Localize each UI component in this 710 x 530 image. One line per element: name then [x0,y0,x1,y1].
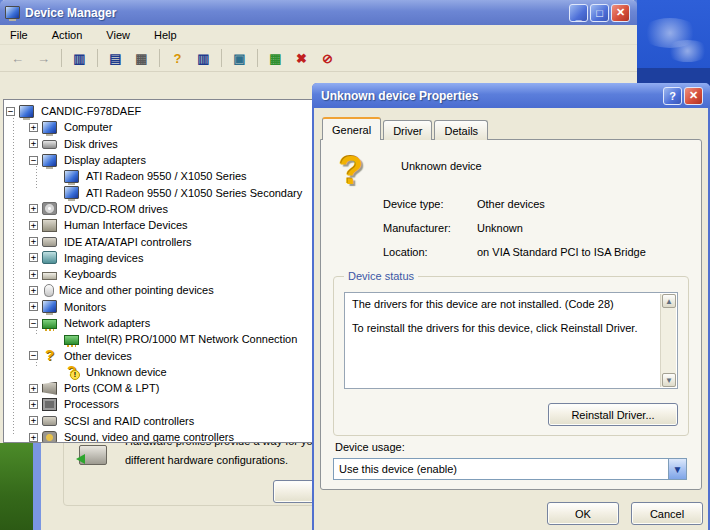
device-usage-dropdown[interactable]: Use this device (enable) ▼ [333,458,687,480]
ok-button[interactable]: OK [547,502,619,525]
expand-plus-icon[interactable]: + [29,253,38,262]
manufacturer-label: Manufacturer: [383,222,451,234]
network-icon [64,335,79,345]
uninstall-icon[interactable]: ✖ [291,48,312,68]
computer-icon [42,121,57,134]
collapse-minus-icon[interactable]: − [29,156,38,165]
expand-plus-icon[interactable]: + [29,123,38,132]
mouse-icon [44,284,54,297]
expand-plus-icon[interactable]: + [29,302,38,311]
back-icon[interactable]: ← [7,48,28,68]
expand-plus-icon[interactable]: + [29,416,38,425]
minimize-button-icon[interactable]: _ [569,4,588,22]
expand-plus-icon[interactable]: + [29,204,38,213]
disk-icon [42,140,57,149]
device-name: Unknown device [401,160,482,172]
device-status-groupbox: Device status The drivers for this devic… [333,276,689,436]
tree-item-label: Mice and other pointing devices [57,284,216,296]
disable-icon[interactable]: ⊘ [317,48,338,68]
collapse-minus-icon[interactable]: − [6,107,15,116]
desktop: Hardware profiles provide a way for you … [0,0,710,530]
expand-plus-icon[interactable]: + [29,400,38,409]
maximize-button-icon[interactable]: □ [590,4,609,22]
location-label: Location: [383,246,428,258]
tab-driver[interactable]: Driver [383,120,432,140]
tree-item-label: Display adapters [62,154,148,166]
general-tab-page: ? Unknown device Device type: Other devi… [320,139,702,490]
tree-item-label: Sound, video and game controllers [62,431,236,443]
imaging-icon [42,251,57,264]
device-type-label: Device type: [383,198,444,210]
device-type-value: Other devices [477,198,545,210]
device-manager-titlebar[interactable]: Device Manager _ □ ✕ [0,0,637,25]
collapse-minus-icon[interactable]: − [29,351,38,360]
device-status-textbox[interactable]: The drivers for this device are not inst… [344,292,678,389]
toolbar: ←→▥▤▦?▥▣▦✖⊘ [0,45,637,72]
show-hide-console-tree-icon[interactable]: ▥ [69,48,90,68]
help-button-icon[interactable]: ? [663,87,682,105]
tree-item-label: Computer [62,121,114,133]
update-driver-icon[interactable]: ▦ [265,48,286,68]
toolbar-separator [159,49,160,67]
expand-plus-icon[interactable]: + [29,237,38,246]
menu-help[interactable]: Help [154,29,177,41]
expand-plus-icon[interactable]: + [29,433,38,442]
collapse-minus-icon[interactable]: − [29,319,38,328]
display-icon [42,154,57,167]
question-icon [42,349,57,362]
tree-item-label: Intel(R) PRO/1000 MT Network Connection [84,333,299,345]
expand-plus-icon[interactable]: + [29,270,38,279]
menu-view[interactable]: View [106,29,130,41]
tree-item-label: SCSI and RAID controllers [62,415,196,427]
tree-item-label: Keyboards [62,268,119,280]
close-button-icon[interactable]: ✕ [684,87,703,105]
cpu-icon [42,398,57,411]
chevron-down-icon[interactable]: ▼ [668,459,686,479]
hardware-profiles-text: different hardware configurations. [125,454,288,466]
expand-plus-icon[interactable]: + [29,286,38,295]
device-manager-title: Device Manager [25,6,569,20]
expand-plus-icon[interactable]: + [29,139,38,148]
reinstall-driver-button[interactable]: Reinstall Driver... [548,403,678,426]
tree-item-label: DVD/CD-ROM drives [62,203,170,215]
dvd-icon [42,202,57,215]
cloud [665,40,710,62]
menu-file[interactable]: File [10,29,28,41]
device-status-text: The drivers for this device are not inst… [352,298,651,346]
tab-general[interactable]: General [322,117,381,140]
show-action-pane-icon[interactable]: ▥ [193,48,214,68]
keyboard-icon [42,272,57,280]
network-icon [42,319,57,329]
device-status-label: Device status [344,270,418,282]
monitor-icon [42,300,57,313]
scan-hardware-changes-icon[interactable]: ▣ [229,48,250,68]
expand-plus-icon[interactable]: + [29,384,38,393]
tree-item-label: Processors [62,398,121,410]
toolbar-separator [97,49,98,67]
scroll-up-icon[interactable]: ▲ [662,294,676,308]
tree-item-label: ATI Radeon 9550 / X1050 Series Secondary [84,187,304,199]
scroll-down-icon[interactable]: ▼ [662,373,676,387]
tree-item-label: Ports (COM & LPT) [62,382,161,394]
menu-bar: FileActionViewHelp [0,25,637,45]
tree-item-label: Other devices [62,350,134,362]
tree-item-label: IDE ATA/ATAPI controllers [62,236,194,248]
menu-action[interactable]: Action [52,29,83,41]
cancel-button[interactable]: Cancel [631,502,703,525]
question-warn-icon [64,365,79,378]
forward-icon[interactable]: → [33,48,54,68]
properties-icon[interactable]: ▤ [105,48,126,68]
manufacturer-value: Unknown [477,222,523,234]
tab-details[interactable]: Details [434,120,488,140]
tree-item-label: Disk drives [62,138,120,150]
print-icon[interactable]: ▦ [131,48,152,68]
display-icon [64,186,79,199]
status-scrollbar[interactable]: ▲ ▼ [660,294,676,387]
close-button-icon[interactable]: ✕ [611,4,630,22]
tree-item-label: Monitors [62,301,108,313]
tree-item-label: Unknown device [84,366,169,378]
tree-item-label: ATI Radeon 9550 / X1050 Series [84,170,249,182]
dialog-titlebar[interactable]: Unknown device Properties ? ✕ [312,83,710,108]
expand-plus-icon[interactable]: + [29,221,38,230]
help-icon[interactable]: ? [167,48,188,68]
